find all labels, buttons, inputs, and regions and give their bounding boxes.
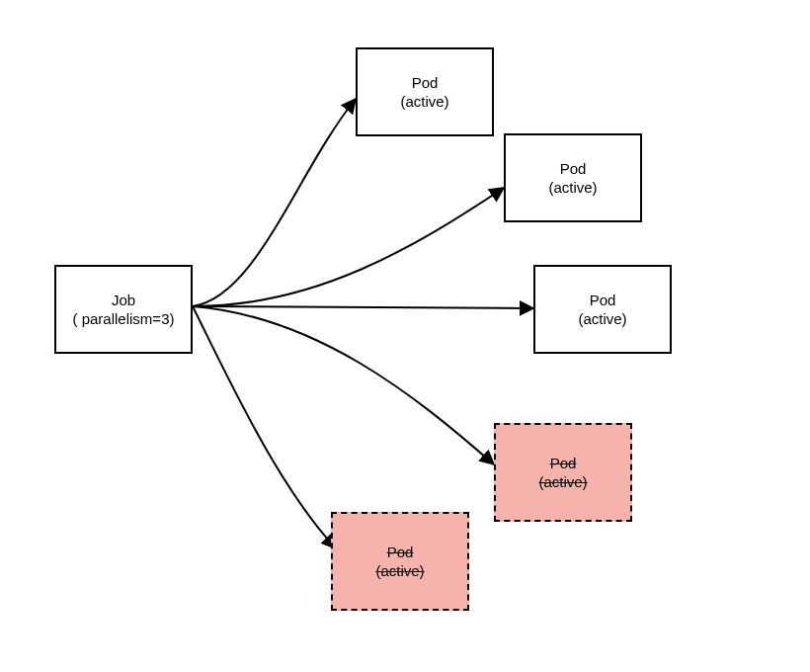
- arrow-job-to-pod4: [193, 306, 494, 464]
- pod-title: Pod: [550, 454, 577, 473]
- pod-subtitle: (active): [548, 178, 597, 198]
- pod-title: Pod: [590, 291, 616, 310]
- pod-subtitle: (active): [400, 92, 448, 112]
- job-box: Job ( parallelism=3): [54, 265, 193, 354]
- job-subtitle: ( parallelism=3): [73, 309, 175, 329]
- pod-title: Pod: [560, 159, 587, 179]
- arrow-job-to-pod2: [193, 188, 504, 306]
- pod-box-1: Pod (active): [356, 47, 494, 136]
- diagram-canvas: Job ( parallelism=3) Pod (active) Pod (a…: [0, 0, 810, 672]
- job-title: Job: [112, 291, 135, 310]
- pod-subtitle: (active): [538, 472, 587, 492]
- pod-title: Pod: [387, 543, 414, 562]
- arrow-job-to-pod3: [193, 306, 533, 308]
- pod-box-4-terminated: Pod (active): [494, 423, 632, 522]
- pod-box-5-terminated: Pod (active): [331, 512, 469, 611]
- pod-title: Pod: [412, 73, 439, 93]
- pod-subtitle: (active): [375, 561, 424, 581]
- pod-subtitle: (active): [578, 309, 626, 329]
- arrow-job-to-pod1: [193, 99, 356, 306]
- pod-box-2: Pod (active): [504, 133, 642, 222]
- arrow-job-to-pod5: [193, 306, 336, 548]
- pod-box-3: Pod (active): [533, 265, 672, 354]
